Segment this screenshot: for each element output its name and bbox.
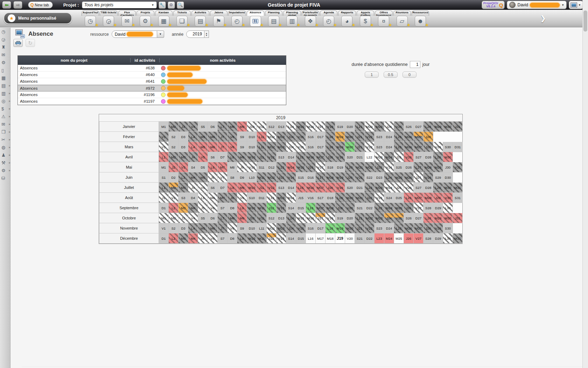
day-cell[interactable]: M29 <box>433 122 443 132</box>
day-cell[interactable]: V29 <box>433 223 443 233</box>
day-cell[interactable]: M16 <box>306 122 316 132</box>
day-cell[interactable]: M4 <box>188 172 198 183</box>
day-cell[interactable]: L16 <box>306 203 316 213</box>
day-cell[interactable]: M11 <box>257 172 267 183</box>
day-cell[interactable]: M18 <box>326 233 335 244</box>
day-cell[interactable]: L15 <box>296 152 306 162</box>
day-cell[interactable]: S28 <box>424 203 433 213</box>
day-cell[interactable]: S29 <box>433 172 443 183</box>
day-cell[interactable]: M12 <box>267 142 276 152</box>
day-cell[interactable]: V6 <box>208 203 218 213</box>
day-cell[interactable]: L18 <box>326 223 335 233</box>
day-cell[interactable]: M15 <box>296 162 306 172</box>
day-cell[interactable]: M21 <box>355 162 365 172</box>
day-cell[interactable]: V13 <box>276 233 286 244</box>
day-cell[interactable]: S5 <box>198 213 208 223</box>
day-cell[interactable]: J12 <box>267 203 276 213</box>
vertical-scrollbar[interactable] <box>582 0 588 368</box>
day-cell[interactable]: D2 <box>169 172 178 183</box>
day-cell[interactable]: M26 <box>404 142 414 152</box>
day-cell[interactable]: L13 <box>276 162 286 172</box>
day-cell[interactable]: D19 <box>335 162 345 172</box>
day-cell[interactable]: V26 <box>404 183 414 193</box>
day-cell[interactable]: M29 <box>433 162 443 172</box>
day-cell[interactable]: S24 <box>384 193 394 203</box>
day-cell[interactable]: D4 <box>188 193 198 203</box>
day-cell[interactable]: S18 <box>326 162 335 172</box>
preset-0.5-button[interactable]: 0.5 <box>384 71 398 78</box>
day-cell[interactable]: V15 <box>296 142 306 152</box>
day-cell[interactable]: L25 <box>394 142 404 152</box>
sidebar-item-gantt[interactable]: ▥▸ <box>0 89 10 97</box>
day-cell[interactable]: L21 <box>355 213 365 223</box>
expand-arrow-icon[interactable]: ▸ <box>9 145 10 149</box>
day-cell[interactable]: V2 <box>169 193 178 203</box>
day-cell[interactable]: M24 <box>384 152 394 162</box>
day-cell[interactable]: D10 <box>247 223 257 233</box>
sidebar-item-today[interactable]: ◷ <box>0 28 10 35</box>
expand-arrow-icon[interactable]: ▸ <box>9 115 10 118</box>
day-cell[interactable]: J10 <box>247 122 257 132</box>
day-cell[interactable]: V6 <box>208 233 218 244</box>
year-input[interactable]: 2019 <box>186 30 204 38</box>
activity-row[interactable]: Absences#1197 <box>18 98 286 105</box>
duration-input[interactable] <box>410 61 420 68</box>
day-cell[interactable]: J5 <box>198 233 208 244</box>
day-cell[interactable]: M30 <box>443 152 453 162</box>
day-cell[interactable]: M24 <box>384 233 394 244</box>
day-cell[interactable]: D3 <box>178 142 188 152</box>
day-cell[interactable]: M9 <box>237 183 247 193</box>
day-cell[interactable]: V8 <box>227 142 237 152</box>
day-cell[interactable]: V23 <box>374 193 384 203</box>
day-cell[interactable]: V28 <box>424 172 433 183</box>
day-cell[interactable]: M29 <box>433 213 443 223</box>
day-cell[interactable]: M15 <box>296 122 306 132</box>
day-cell[interactable]: V7 <box>218 172 227 183</box>
sidebar-item-target[interactable]: ◎▸ <box>0 97 10 105</box>
day-cell[interactable]: M30 <box>443 213 453 223</box>
day-cell[interactable]: S9 <box>237 223 247 233</box>
day-cell[interactable]: M2 <box>169 152 178 162</box>
day-cell[interactable]: M16 <box>306 152 316 162</box>
day-cell[interactable]: J17 <box>316 213 326 223</box>
expand-arrow-icon[interactable]: ▸ <box>9 169 10 172</box>
day-cell[interactable]: M20 <box>345 142 355 152</box>
activity-row[interactable]: Absences#638 <box>18 65 286 71</box>
tab-activity-stream[interactable]: Flux d'activités✉★ <box>118 10 136 27</box>
expand-arrow-icon[interactable]: ▸ <box>9 138 10 141</box>
sidebar-item-database[interactable]: ⛁ <box>0 174 10 182</box>
tab-tickets[interactable]: Tickets❏★ <box>173 10 191 27</box>
day-cell[interactable]: D16 <box>306 172 316 183</box>
expand-arrow-icon[interactable]: ▸ <box>9 107 10 110</box>
tab-resources[interactable]: Ressources☻★ <box>411 10 429 27</box>
display-menu[interactable]: ▼ <box>569 1 583 9</box>
day-cell[interactable]: J16 <box>306 162 316 172</box>
expand-arrow-icon[interactable]: ▸ <box>9 99 10 103</box>
day-cell[interactable]: D10 <box>247 142 257 152</box>
day-cell[interactable]: M13 <box>276 142 286 152</box>
day-cell[interactable]: M9 <box>237 122 247 132</box>
day-cell[interactable]: M22 <box>365 162 374 172</box>
day-cell[interactable]: M10 <box>247 233 257 244</box>
day-cell[interactable]: V18 <box>326 122 335 132</box>
expand-arrow-icon[interactable]: ▸ <box>9 153 10 157</box>
day-cell[interactable]: S6 <box>208 183 218 193</box>
day-cell[interactable]: M27 <box>414 223 424 233</box>
day-cell[interactable]: M25 <box>394 172 404 183</box>
day-cell[interactable]: J7 <box>218 142 227 152</box>
day-cell[interactable]: J11 <box>257 152 267 162</box>
day-cell[interactable]: M4 <box>188 233 198 244</box>
day-cell[interactable]: D13 <box>276 122 286 132</box>
day-cell[interactable]: M24 <box>384 203 394 213</box>
day-cell[interactable]: M10 <box>247 152 257 162</box>
day-cell[interactable]: J27 <box>414 172 424 183</box>
day-cell[interactable]: D30 <box>443 172 453 183</box>
day-cell[interactable]: L4 <box>188 142 198 152</box>
day-cell[interactable]: S7 <box>218 203 227 213</box>
custom-menu-button[interactable]: ★ Menu personnalisé <box>4 12 72 24</box>
day-cell[interactable]: M9 <box>237 152 247 162</box>
day-cell[interactable]: D7 <box>218 152 227 162</box>
day-cell[interactable]: J13 <box>276 172 286 183</box>
day-cell[interactable]: M22 <box>365 122 374 132</box>
day-cell[interactable]: M19 <box>335 223 345 233</box>
